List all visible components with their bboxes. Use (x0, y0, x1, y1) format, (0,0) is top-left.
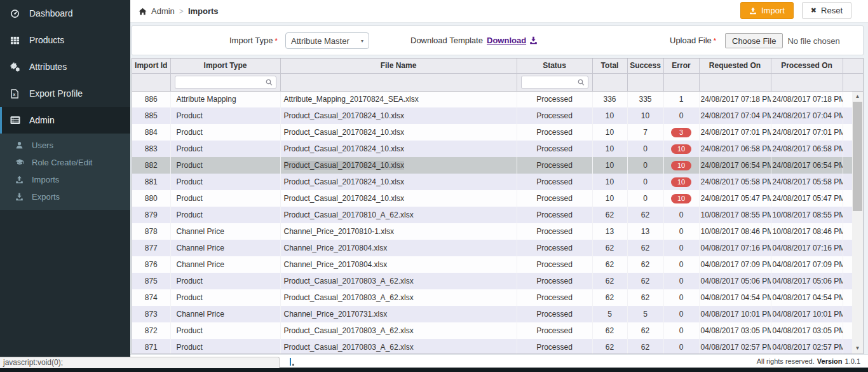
cell-file-name: Product_Casual_20170803_A_62.xlsx (280, 322, 517, 339)
cell-total: 5 (592, 306, 627, 322)
file-name-text: Product_Casual_20170824_10.xlsx (284, 194, 404, 203)
sidebar-item-attributes[interactable]: Attributes (0, 53, 130, 80)
products-icon (10, 36, 24, 45)
footer-version-label: Version (817, 357, 843, 365)
sidebar-item-export-profile[interactable]: x Export Profile (0, 80, 130, 107)
table-row[interactable]: 876Channel PriceChannel_Price_20170804.x… (132, 256, 864, 273)
table-row[interactable]: 883ProductProduct_Casual_20170824_10.xls… (132, 141, 864, 157)
cell-processed-on: 04/08/2017 10:01 PM (771, 306, 843, 322)
cell-import-type: Product (170, 322, 280, 339)
file-name-text: Channel_Price_20170810-1.xlsx (284, 227, 394, 236)
sidebar-item-dashboard[interactable]: Dashboard (0, 0, 130, 27)
error-count: 0 (679, 343, 684, 352)
table-row[interactable]: 878Channel PriceChannel_Price_20170810-1… (132, 223, 864, 240)
cell-processed-on: 10/08/2017 08:46 PM (771, 223, 843, 240)
column-header[interactable]: Status (517, 59, 592, 73)
table-row[interactable]: 881ProductProduct_Casual_20170824_10.xls… (132, 174, 864, 190)
error-badge: 10 (671, 177, 691, 187)
column-header[interactable]: Processed On (771, 59, 843, 73)
filter-cell (843, 73, 864, 91)
import-type-select[interactable]: Attribute Master ▾ (285, 32, 369, 49)
top-actions: Import ✖ Reset (740, 2, 851, 19)
sidebar-item-label: Role Create/Edit (32, 154, 92, 171)
table-row[interactable]: 874ProductProduct_Casual_20170803_A_62.x… (132, 289, 864, 306)
cell-requested-on: 04/08/2017 04:54 PM (699, 289, 771, 306)
vertical-scrollbar[interactable]: ▲ ▼ (852, 92, 863, 354)
download-template-link[interactable]: Download (487, 26, 538, 55)
cell-processed-on: 04/08/2017 07:09 PM (771, 256, 843, 273)
cell-file-name: Product_Casual_20170824_10.xlsx (280, 174, 517, 190)
column-header[interactable]: Total (592, 59, 627, 73)
column-header[interactable]: Success (627, 59, 663, 73)
table-row[interactable]: 882ProductProduct_Casual_20170824_10.xls… (132, 157, 864, 174)
cell-total: 10 (592, 174, 627, 190)
import-button[interactable]: Import (740, 2, 794, 19)
attributes-icon (10, 62, 24, 72)
cell-import-id: 879 (132, 207, 170, 223)
sidebar-item-admin[interactable]: Admin (0, 107, 130, 134)
filter-cell (699, 73, 771, 91)
cell-total: 10 (592, 124, 627, 141)
file-name-text: Attribute_Mapping_20170824_SEA.xlsx (284, 95, 419, 104)
cell-file-name: Product_Casual_20170824_10.xlsx (280, 107, 517, 124)
footer-version-number: 1.0.1 (845, 357, 860, 365)
cell-status: Processed (517, 223, 592, 240)
cell-import-id: 885 (132, 107, 170, 124)
table-row[interactable]: 871ProductProduct_Casual_20170803_A_62.x… (132, 339, 864, 354)
cell-processed-on: 04/08/2017 05:06 PM (771, 273, 843, 289)
cell-file-name: Product_Casual_20170824_10.xlsx (280, 190, 517, 207)
cell-processed-on: 24/08/2017 07:04 PM (771, 107, 843, 124)
error-count: 0 (679, 260, 684, 269)
choose-file-button[interactable]: Choose File (725, 33, 783, 48)
filter-cell (170, 73, 280, 91)
scrollbar-thumb[interactable] (853, 102, 862, 211)
table-row[interactable]: 873Channel PriceChannel_Price_20170731.x… (132, 306, 864, 322)
cell-error: 0 (663, 273, 699, 289)
table-row[interactable]: 877Channel PriceChannel_Price_20170804.x… (132, 240, 864, 256)
chevron-down-icon: ▾ (361, 38, 363, 44)
cell-total: 62 (592, 289, 627, 306)
column-header[interactable]: Requested On (699, 59, 771, 73)
cell-file-name: Channel_Price_20170810-1.xlsx (280, 223, 517, 240)
sidebar-item-users[interactable]: Users (0, 137, 130, 154)
home-icon[interactable] (139, 8, 147, 15)
breadcrumb-section[interactable]: Admin (151, 6, 175, 16)
user-icon (15, 141, 27, 149)
x-icon: ✖ (811, 6, 817, 15)
cell-import-type: Product (170, 107, 280, 124)
table-row[interactable]: 879ProductProduct_Casual_20170810_A_62.x… (132, 207, 864, 223)
column-header[interactable]: Import Id (132, 59, 170, 73)
cell-total: 62 (592, 256, 627, 273)
cell-import-id: 876 (132, 256, 170, 273)
column-header[interactable]: Import Type (170, 59, 280, 73)
upload-file-label: Upload File* (670, 26, 716, 55)
table-row[interactable]: 884ProductProduct_Casual_20170824_10.xls… (132, 124, 864, 141)
breadcrumb: Admin > Imports (139, 0, 219, 22)
imports-table: Import IdImport TypeFile NameStatusTotal… (132, 59, 864, 354)
import-type-filter-input[interactable] (175, 76, 276, 89)
reset-button[interactable]: ✖ Reset (802, 2, 851, 19)
table-row[interactable]: 880ProductProduct_Casual_20170824_10.xls… (132, 190, 864, 207)
table-row[interactable]: 885ProductProduct_Casual_20170824_10.xls… (132, 107, 864, 124)
sidebar-item-products[interactable]: Products (0, 27, 130, 53)
filter-cell (627, 73, 663, 91)
cell-success: 0 (627, 141, 663, 157)
file-name-text: Channel_Price_20170731.xlsx (284, 310, 388, 319)
cell-processed-on: 24/08/2017 07:18 PM (771, 91, 843, 107)
no-file-chosen-text: No file chosen (787, 36, 839, 46)
column-header[interactable]: Error (663, 59, 699, 73)
table-row[interactable]: 886Attribute MappingAttribute_Mapping_20… (132, 91, 864, 107)
file-name-text: Channel_Price_20170804.xlsx (284, 244, 388, 252)
sidebar-item-label: Products (29, 27, 64, 53)
sidebar-item-role-create-edit[interactable]: Role Create/Edit (0, 154, 130, 171)
table-row[interactable]: 875ProductProduct_Casual_20170803_A_62.x… (132, 273, 864, 289)
file-name-text: Product_Casual_20170824_10.xlsx (284, 177, 404, 186)
column-header[interactable]: File Name (280, 59, 517, 73)
cell-file-name: Product_Casual_20170803_A_62.xlsx (280, 289, 517, 306)
cell-success: 62 (627, 207, 663, 223)
scroll-down-arrow[interactable]: ▼ (852, 344, 863, 353)
scroll-up-arrow[interactable]: ▲ (852, 92, 863, 101)
sidebar-item-imports[interactable]: Imports (0, 171, 130, 188)
table-row[interactable]: 872ProductProduct_Casual_20170803_A_62.x… (132, 322, 864, 339)
sidebar-item-exports[interactable]: Exports (0, 188, 130, 205)
